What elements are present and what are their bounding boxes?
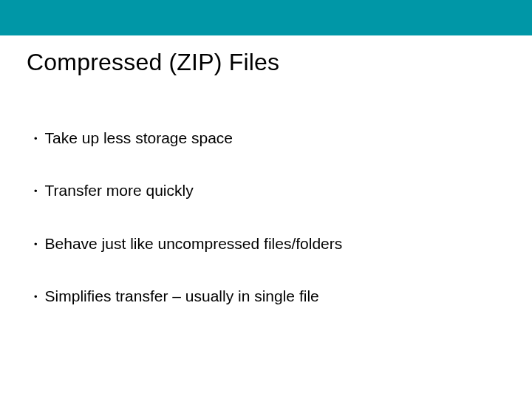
- bullet-icon: •: [34, 239, 38, 249]
- header-accent-bar: [0, 0, 532, 35]
- bullet-icon: •: [34, 134, 38, 143]
- list-item: • Take up less storage space: [34, 128, 532, 148]
- bullet-list: • Take up less storage space • Transfer …: [0, 128, 532, 306]
- list-item: • Simplifies transfer – usually in singl…: [34, 286, 532, 306]
- slide-title: Compressed (ZIP) Files: [27, 49, 532, 76]
- bullet-text: Simplifies transfer – usually in single …: [45, 286, 319, 306]
- bullet-text: Take up less storage space: [45, 128, 233, 148]
- list-item: • Behave just like uncompressed files/fo…: [34, 233, 532, 253]
- bullet-text: Transfer more quickly: [45, 180, 194, 200]
- list-item: • Transfer more quickly: [34, 180, 532, 200]
- bullet-text: Behave just like uncompressed files/fold…: [45, 233, 343, 253]
- bullet-icon: •: [34, 186, 38, 196]
- bullet-icon: •: [34, 292, 38, 301]
